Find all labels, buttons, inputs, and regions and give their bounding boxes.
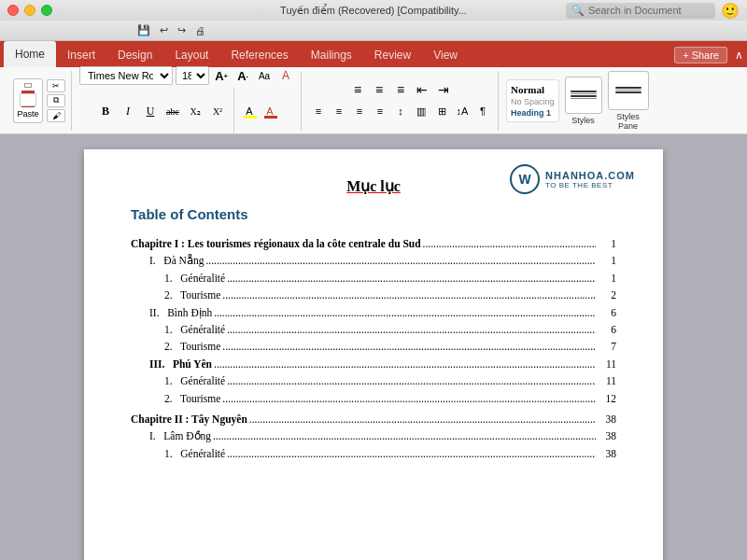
toc-label: 2. Tourisme <box>164 390 220 407</box>
strikethrough-button[interactable]: abc <box>162 101 183 121</box>
toc-label: III. Phú Yên <box>149 356 212 372</box>
toc-dots <box>222 338 596 355</box>
line-spacing-button[interactable]: ↕ <box>391 102 410 120</box>
toc-row: 1. Généralité 6 <box>131 321 616 338</box>
toc-label: 1. Généralité <box>164 445 225 462</box>
list-buttons-row: ≡ ≡ ≡ ⇤ ⇥ <box>348 80 453 99</box>
toc-label: 1. Généralité <box>164 372 225 389</box>
search-box[interactable]: 🔍 Search in Document <box>566 3 715 19</box>
styles-label: Styles <box>571 116 595 125</box>
styles-group: Normal No Spacing Heading 1 Styles <box>500 71 655 131</box>
toc-dots <box>249 411 596 427</box>
subscript-button[interactable]: X₂ <box>185 101 205 121</box>
toc-label: 1. Généralité <box>164 270 225 287</box>
tab-insert[interactable]: Insert <box>56 43 106 67</box>
justify-button[interactable]: ≡ <box>371 102 389 120</box>
styles-selector[interactable]: Normal No Spacing Heading 1 <box>506 79 559 122</box>
divider <box>233 88 234 134</box>
formatting-row: B I U abc X₂ X² A A <box>95 88 279 134</box>
print-button[interactable]: 🖨 <box>192 25 208 36</box>
increase-indent-button[interactable]: ⇥ <box>434 80 453 99</box>
ribbon: Home Insert Design Layout References Mai… <box>0 41 747 134</box>
minimize-button[interactable] <box>24 5 35 16</box>
toc-page: 2 <box>598 287 616 303</box>
toc-page: 12 <box>598 390 616 407</box>
tab-review[interactable]: Review <box>363 43 422 67</box>
font-color-button[interactable]: A <box>261 102 279 120</box>
multilevel-list-button[interactable]: ≡ <box>391 80 410 99</box>
toc-dots <box>227 445 596 462</box>
share-button[interactable]: + Share <box>674 47 727 63</box>
styles-pane-button[interactable] <box>608 71 649 110</box>
font-name-select[interactable]: Times New Ro... <box>79 66 173 85</box>
font-group: Times New Ro... 18 A+ A- Aa A B I U abc … <box>74 71 302 131</box>
tab-view[interactable]: View <box>422 43 469 67</box>
tab-design[interactable]: Design <box>106 43 163 67</box>
toc-page: 38 <box>598 411 616 427</box>
styles-pane-label: Styles Pane <box>616 112 640 131</box>
title-bar: Tuyến điểm (Recovered) [Compatibility...… <box>0 0 747 21</box>
paste-icon <box>18 83 38 107</box>
redo-button[interactable]: ↪ <box>175 24 189 36</box>
document-page: W NHANHOA.COM TO BE THE BEST Mục lục Tab… <box>84 149 663 560</box>
toc-dots <box>227 270 596 287</box>
cut-button[interactable]: ✂ <box>47 79 65 92</box>
sort-button[interactable]: ↕A <box>453 102 472 120</box>
tab-references[interactable]: References <box>219 43 299 67</box>
user-icon: 🙂 <box>721 2 740 20</box>
italic-button[interactable]: I <box>118 101 138 121</box>
toc-title: Table of Contents <box>131 206 616 222</box>
close-button[interactable] <box>7 5 19 16</box>
underline-button[interactable]: U <box>140 101 161 121</box>
change-case-button[interactable]: Aa <box>255 66 274 85</box>
toc-dots <box>222 390 596 407</box>
toc-row: 1. Généralité 38 <box>131 445 616 462</box>
toc-label: Chapitre I : Les tourismes régionaux da … <box>131 235 421 252</box>
copy-button[interactable]: ⧉ <box>47 94 65 107</box>
traffic-lights <box>7 5 52 16</box>
text-effects-button[interactable]: A <box>276 66 295 85</box>
numbering-button[interactable]: ≡ <box>370 80 388 99</box>
highlight-color-button[interactable]: A <box>240 102 259 120</box>
toc-row: III. Phú Yên 11 <box>131 356 616 372</box>
increase-font-size-button[interactable]: A+ <box>212 66 231 85</box>
tab-layout[interactable]: Layout <box>163 43 219 67</box>
toc-label: Chapitre II : Tây Nguyên <box>131 411 247 427</box>
search-placeholder: Search in Document <box>588 5 682 16</box>
styles-pane-btn-area: Styles Pane <box>608 71 649 131</box>
save-button[interactable]: 💾 <box>134 24 153 36</box>
show-hide-button[interactable]: ¶ <box>473 102 492 120</box>
format-painter-button[interactable]: 🖌 <box>47 109 65 122</box>
paste-button[interactable]: Paste <box>13 78 43 123</box>
maximize-button[interactable] <box>41 5 52 16</box>
toc-row: 2. Tourisme 2 <box>131 287 616 303</box>
tab-home[interactable]: Home <box>4 41 56 67</box>
align-center-button[interactable]: ≡ <box>330 102 348 120</box>
toc-table: Chapitre I : Les tourismes régionaux da … <box>131 235 616 462</box>
decrease-font-size-button[interactable]: A- <box>233 66 252 85</box>
alignment-row: ≡ ≡ ≡ ≡ ↕ ▥ ⊞ ↕A ¶ <box>309 102 492 120</box>
collapse-ribbon-icon[interactable]: ∧ <box>735 49 743 62</box>
align-left-button[interactable]: ≡ <box>309 102 328 120</box>
toc-dots <box>214 356 596 372</box>
decrease-indent-button[interactable]: ⇤ <box>413 80 431 99</box>
ribbon-tab-right: + Share ∧ <box>674 47 743 67</box>
styles-button[interactable] <box>565 77 602 114</box>
borders-button[interactable]: ⊞ <box>432 102 451 120</box>
font-size-select[interactable]: 18 <box>176 66 209 85</box>
toc-label: 1. Généralité <box>164 321 225 338</box>
align-right-button[interactable]: ≡ <box>350 102 369 120</box>
ribbon-tabs: Home Insert Design Layout References Mai… <box>0 41 747 67</box>
bold-button[interactable]: B <box>95 101 116 121</box>
undo-button[interactable]: ↩ <box>157 24 171 36</box>
toc-dots <box>423 235 596 252</box>
superscript-button[interactable]: X² <box>207 101 228 121</box>
shading-button[interactable]: ▥ <box>412 102 430 120</box>
watermark-logo: W <box>510 164 540 194</box>
toc-row: I. Đà Nẵng 1 <box>131 252 616 269</box>
toc-dots <box>214 304 596 321</box>
toc-label: I. Đà Nẵng <box>149 252 204 269</box>
tab-mailings[interactable]: Mailings <box>300 43 363 67</box>
bullets-button[interactable]: ≡ <box>348 80 367 99</box>
toc-page: 11 <box>598 356 616 372</box>
